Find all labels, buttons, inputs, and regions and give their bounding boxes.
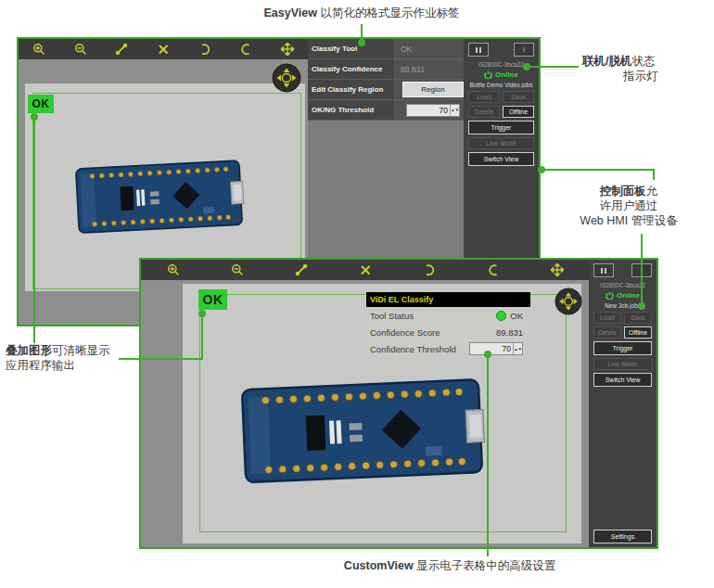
rotate-ccw-icon[interactable] [421, 262, 438, 277]
classify-confidence-value: 89.831 [395, 59, 465, 79]
classify-tool-label: Classify Tool [308, 39, 395, 58]
zoom-in-icon[interactable] [165, 262, 182, 277]
threshold-cell: 70 ▲▼ [395, 100, 465, 120]
rotate-ccw-icon[interactable] [197, 42, 213, 57]
region-button[interactable]: Region [402, 82, 464, 97]
callout-dot [31, 113, 38, 121]
overlay-callout: 叠加图形可清晰显示 应用程序输出 [6, 343, 132, 373]
collapse-panel-icon[interactable] [593, 263, 614, 277]
easyview-toolbar [19, 39, 308, 59]
load-button[interactable]: Load [593, 312, 621, 324]
rotate-cw-icon[interactable] [485, 262, 502, 277]
edit-classify-region-cell: Region [395, 80, 465, 99]
rotate-cw-icon[interactable] [237, 42, 254, 57]
online-status: Online [593, 291, 652, 300]
callout-text: 许用户通过 [562, 198, 695, 213]
table-row: OK/NG Threshold 70 ▲▼ [308, 100, 465, 121]
delete-button[interactable]: Delete [593, 326, 621, 339]
callout-dot [523, 63, 530, 70]
customview-callout: CustomView 显示电子表格中的高级设置 [278, 558, 621, 573]
callout-bold-text: EasyView [264, 6, 317, 19]
easyview-callout: EasyView 以简化的格式显示作业标签 [158, 6, 566, 20]
table-row: Classify Tool OK [308, 39, 465, 59]
zoom-in-icon[interactable] [31, 42, 47, 57]
job-name: Bottle Demo Video.jobs [468, 82, 534, 88]
pan-dpad-control[interactable] [555, 288, 582, 315]
save-button[interactable]: Save [624, 312, 652, 324]
callout-dot [538, 166, 545, 173]
callout-text: 应用程序输出 [6, 358, 132, 373]
threshold-spinner[interactable]: 70 ▲▼ [406, 104, 460, 117]
callout-bold-text: CustomView [344, 559, 414, 572]
customview-toolbar [141, 260, 589, 280]
classify-table: Classify Tool OK Classify Confidence 89.… [308, 39, 465, 121]
info-icon[interactable]: i [514, 43, 534, 57]
offline-button[interactable]: Offline [503, 106, 534, 118]
customview-window: OK ViDi EL Classify Tool Status OK Confi… [139, 258, 658, 549]
vidi-table-title: ViDi EL Classify [366, 292, 530, 307]
status-dot-icon [496, 311, 506, 321]
callout-text: 显示电子表格中的高级设置 [414, 559, 555, 572]
callout-text: 状态 [631, 55, 655, 68]
collapse-panel-icon[interactable] [468, 43, 489, 57]
classify-confidence-label: Classify Confidence [308, 59, 395, 79]
online-status: Online [468, 70, 534, 79]
save-button[interactable]: Save [503, 91, 534, 103]
confidence-threshold-spinner[interactable]: 70 ▲▼ [469, 342, 523, 355]
device-name: IS2800C-3bca22 [593, 282, 652, 288]
table-row: Confidence Threshold 70 ▲▼ [366, 340, 530, 357]
callout-dot [638, 302, 645, 310]
arduino-board-image [236, 367, 496, 494]
callout-line [641, 234, 643, 304]
line-tool-icon[interactable] [113, 42, 130, 57]
callout-text: Web HMI 管理设备 [562, 213, 695, 228]
documentation-figure: OK Classify Tool OK Classify Confidence … [0, 0, 714, 588]
callout-bold-text: 联机/脱机 [582, 55, 631, 68]
online-status-label: Online [617, 291, 640, 300]
move-tool-icon[interactable] [549, 262, 566, 277]
live-mode-button[interactable]: Live Mode [593, 358, 652, 370]
move-tool-icon[interactable] [279, 42, 296, 57]
callout-dot [198, 310, 206, 317]
vidi-table: ViDi EL Classify Tool Status OK Confiden… [366, 292, 530, 357]
zoom-out-icon[interactable] [229, 262, 246, 277]
callout-dot [358, 39, 365, 46]
trigger-button[interactable]: Trigger [468, 121, 534, 134]
settings-button[interactable]: Settings [593, 530, 652, 543]
table-row: Tool Status OK [366, 307, 530, 324]
spinner-arrows-icon[interactable]: ▲▼ [450, 105, 459, 116]
callout-text: 可清晰显示 [52, 344, 110, 357]
spinner-arrows-icon[interactable]: ▲▼ [513, 343, 522, 354]
threshold-label: OK/NG Threshold [308, 100, 395, 120]
classify-tool-value: OK [395, 39, 465, 58]
delete-button[interactable]: Delete [468, 106, 500, 118]
threshold-value: 70 [407, 106, 450, 115]
switch-view-button[interactable]: Switch View [468, 152, 534, 166]
load-button[interactable]: Load [468, 91, 500, 103]
callout-dot [484, 351, 491, 358]
offline-button[interactable]: Offline [624, 326, 652, 339]
callout-line [201, 313, 203, 360]
power-icon [484, 70, 492, 79]
callout-bold-text: 叠加图形 [6, 344, 52, 357]
delete-tool-icon[interactable] [357, 262, 374, 277]
callout-text: 以简化的格式显示作业标签 [317, 6, 459, 19]
table-row: Classify Confidence 89.831 [308, 59, 465, 80]
confidence-threshold-label: Confidence Threshold [370, 344, 469, 354]
delete-tool-icon[interactable] [155, 42, 172, 57]
callout-line [529, 66, 579, 68]
callout-line [653, 169, 655, 180]
confidence-threshold-value: 70 [470, 344, 513, 353]
callout-line [33, 119, 35, 343]
confidence-score-value: 89.831 [496, 327, 523, 338]
line-tool-icon[interactable] [293, 262, 310, 277]
callout-bold-text: 控制面板 [600, 185, 646, 198]
online-status-label: Online [495, 70, 518, 79]
callout-line [487, 358, 489, 556]
confidence-score-label: Confidence Score [370, 327, 496, 338]
zoom-out-icon[interactable] [72, 42, 89, 57]
live-mode-button[interactable]: Live Mode [468, 137, 534, 149]
trigger-button[interactable]: Trigger [593, 341, 652, 355]
switch-view-button[interactable]: Switch View [593, 373, 652, 387]
pan-dpad-control[interactable] [272, 63, 301, 93]
